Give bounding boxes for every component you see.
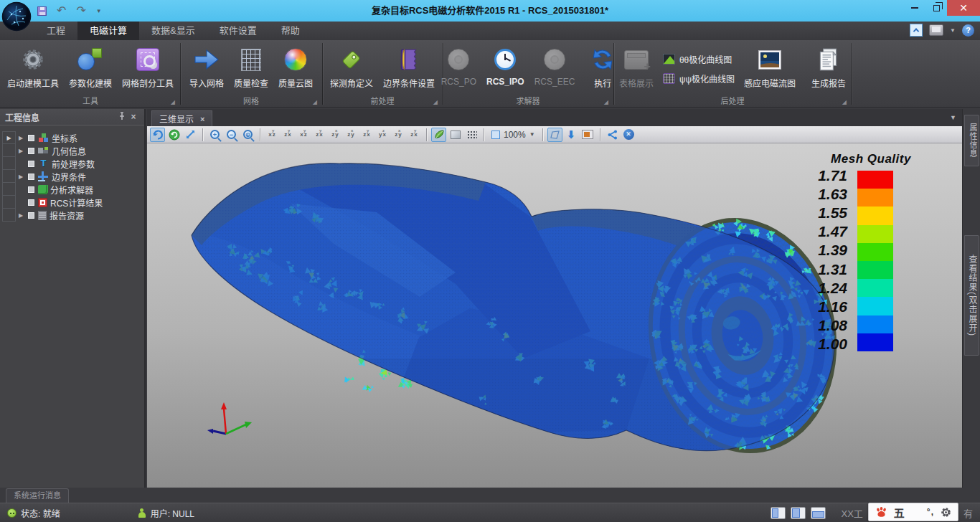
restore-button[interactable] — [925, 0, 947, 16]
checkbox[interactable] — [27, 199, 35, 207]
checkbox[interactable] — [27, 147, 35, 155]
view-orientation-button[interactable]: yzx — [281, 128, 296, 142]
theta-polarization-curve-button[interactable]: θθ极化曲线图 — [659, 52, 739, 67]
tree-item[interactable]: ▶边界条件 — [17, 170, 144, 183]
table-display-button[interactable]: 表格展示 — [614, 42, 659, 90]
induced-current-map-button[interactable]: 感应电磁流图 — [739, 42, 801, 90]
view-orientation-button[interactable]: yzx — [359, 128, 374, 142]
mesh-partition-tool-button[interactable]: 网格剖分工具 — [117, 42, 179, 90]
view-orientation-button[interactable]: yxz — [296, 128, 311, 142]
detection-angle-button[interactable]: 探测角定义 — [325, 42, 378, 90]
menu-tab-0[interactable]: 工程 — [34, 22, 77, 40]
close-view-button[interactable]: ✕ — [621, 128, 636, 142]
tree-item[interactable]: ▶几何信息 — [17, 144, 144, 157]
pan-view-button[interactable] — [183, 128, 198, 142]
ime-moon-icon[interactable] — [911, 507, 920, 517]
zoom-dropdown-icon[interactable]: ▼ — [529, 131, 535, 138]
group-launcher-icon[interactable]: ◢ — [604, 99, 608, 105]
pin-icon[interactable] — [116, 112, 128, 123]
zoom-out-icon[interactable]: − — [224, 128, 239, 142]
rotate-view-button[interactable] — [150, 128, 165, 142]
close-button[interactable]: ✕ — [947, 0, 980, 16]
orbit-view-button[interactable] — [166, 128, 182, 142]
quality-contour-button[interactable]: 质量云图 — [273, 42, 318, 90]
legend-title: Mesh Quality — [810, 152, 932, 166]
ime-punctuation-icon[interactable]: °, — [927, 507, 934, 517]
help-icon[interactable]: ? — [962, 24, 974, 37]
project-panel: 工程信息 × ▶ ▶坐标系▶几何信息T前处理参数▶边界条件分析求解器RCS计算结… — [0, 109, 146, 488]
tab-property-info[interactable]: 属性信息 — [964, 115, 979, 166]
layout-left-panel-button[interactable] — [771, 507, 786, 519]
tree-item[interactable]: ▶报告资源 — [17, 209, 144, 222]
view-orientation-button[interactable]: xzy — [328, 128, 343, 142]
ime-toolbar[interactable]: 五 °, — [868, 503, 958, 521]
collapse-ribbon-icon[interactable] — [910, 24, 923, 37]
view-orientation-button[interactable]: yzx — [407, 128, 422, 142]
tree-item[interactable]: ▶坐标系 — [17, 131, 144, 144]
ime-wubi-mode[interactable]: 五 — [894, 505, 905, 520]
quality-check-button[interactable]: 质量检查 — [229, 42, 273, 90]
view-orientation-button[interactable]: xzy — [344, 128, 359, 142]
group-launcher-icon[interactable]: ◢ — [171, 99, 175, 105]
checkbox[interactable] — [27, 160, 35, 168]
checkbox[interactable] — [27, 212, 35, 219]
layout-both-panels-button[interactable] — [791, 507, 806, 519]
shaded-view-button[interactable] — [431, 128, 446, 142]
ime-settings-gear-icon[interactable] — [941, 507, 951, 518]
rcs-po-solver-button[interactable]: RCS_PO — [436, 42, 481, 88]
ime-paw-icon[interactable] — [875, 506, 887, 518]
tree-item[interactable]: RCS计算结果 — [17, 196, 144, 209]
zoom-level-control[interactable]: 100% ▼ — [489, 128, 538, 142]
points-view-button[interactable] — [464, 128, 479, 142]
close-tab-icon[interactable]: × — [200, 115, 204, 123]
minimize-button[interactable] — [904, 0, 925, 16]
tab-list-dropdown-icon[interactable]: ▼ — [950, 114, 956, 121]
device-icon[interactable] — [929, 24, 943, 36]
checkbox[interactable] — [27, 134, 35, 142]
menu-tab-3[interactable]: 软件设置 — [207, 22, 269, 40]
rcs-ipo-solver-button[interactable]: RCS_IPO — [481, 42, 529, 88]
tab-3d-view[interactable]: 三维显示 × — [151, 110, 212, 126]
device-dropdown-icon[interactable]: ▼ — [950, 27, 956, 34]
menu-tab-1[interactable]: 电磁计算 — [77, 22, 139, 40]
tab-view-results[interactable]: 查看结果(双击展开) — [964, 235, 979, 356]
group-launcher-icon[interactable]: ◢ — [433, 99, 438, 105]
zoom-in-icon[interactable]: + — [207, 128, 222, 142]
tree-item[interactable]: 分析求解器 — [17, 183, 144, 196]
view-orientation-button[interactable]: zyx — [375, 128, 390, 142]
rcs-eec-solver-button[interactable]: RCS_EEC — [529, 42, 580, 88]
wireframe-view-button[interactable] — [448, 128, 463, 142]
group-launcher-icon[interactable]: ◢ — [842, 99, 847, 105]
snapshot-button[interactable] — [580, 128, 595, 142]
view-orientation-button[interactable]: yzx — [312, 128, 327, 142]
import-mesh-button[interactable]: 导入网格 — [184, 42, 229, 90]
region-select-button[interactable] — [547, 128, 562, 142]
tree-item-label: 前处理参数 — [52, 158, 95, 170]
arrow-down-button[interactable]: ⬇ — [564, 128, 579, 142]
expand-arrow-icon[interactable]: ▶ — [17, 212, 24, 219]
tree-item[interactable]: T前处理参数 — [17, 157, 144, 170]
launch-modeling-tool-button[interactable]: 启动建模工具 — [2, 42, 64, 90]
share-button[interactable] — [605, 128, 620, 142]
menu-tab-4[interactable]: 帮助 — [269, 22, 312, 40]
expand-arrow-icon[interactable]: ▶ — [17, 148, 24, 154]
view-orientation-button[interactable]: yxz — [265, 128, 280, 142]
tab-system-messages[interactable]: 系统运行消息 — [6, 488, 69, 503]
checkbox[interactable] — [27, 186, 35, 194]
expand-arrow-icon[interactable]: ▶ — [17, 174, 24, 180]
expand-arrow-icon[interactable]: ▶ — [17, 135, 24, 141]
group-launcher-icon[interactable]: ◢ — [313, 99, 317, 105]
3d-viewport[interactable]: Mesh Quality 1.711.631.551.471.391.311.2… — [147, 143, 962, 489]
menu-tab-2[interactable]: 数据&显示 — [139, 22, 207, 40]
view-orientation-button[interactable]: xzy — [391, 128, 406, 142]
layout-bottom-panel-button[interactable] — [811, 507, 826, 519]
zoom-fit-icon[interactable]: ⊕ — [240, 128, 255, 142]
psi-polarization-curve-button[interactable]: ψψ极化曲线图 — [659, 71, 739, 86]
generate-report-button[interactable]: 生成报告 — [806, 42, 851, 90]
legend-color-cell — [857, 333, 893, 351]
boundary-condition-button[interactable]: 边界条件设置 — [378, 42, 440, 90]
close-panel-icon[interactable]: × — [128, 112, 139, 122]
checkbox[interactable] — [27, 173, 35, 181]
parametric-modeling-button[interactable]: 参数化建模 — [64, 42, 117, 90]
legend-color-cell — [857, 189, 893, 207]
